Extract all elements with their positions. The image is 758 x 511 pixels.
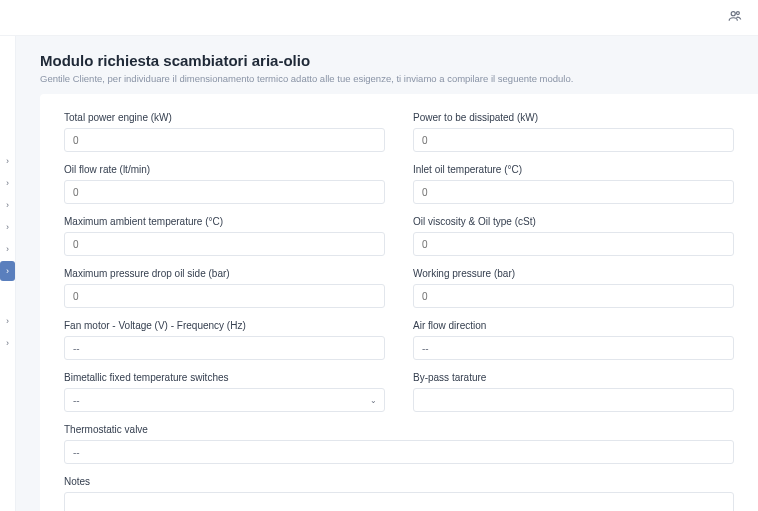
page-subtitle: Gentile Cliente, per individuare il dime… [40,73,734,84]
oil-flow-label: Oil flow rate (lt/min) [64,164,385,175]
sidebar-item-4[interactable]: › [0,239,15,259]
air-flow-input[interactable] [413,336,734,360]
max-ambient-label: Maximum ambient temperature (°C) [64,216,385,227]
fan-motor-input[interactable] [64,336,385,360]
page-header: Modulo richiesta scambiatori aria-olio G… [16,36,758,94]
form-card: Total power engine (kW) Power to be diss… [40,94,758,511]
svg-point-0 [731,12,735,16]
total-power-input[interactable] [64,128,385,152]
thermostatic-input[interactable] [64,440,734,464]
max-ambient-input[interactable] [64,232,385,256]
fan-motor-label: Fan motor - Voltage (V) - Frequency (Hz) [64,320,385,331]
page-title: Modulo richiesta scambiatori aria-olio [40,52,734,69]
sidebar-item-5[interactable]: › [0,261,15,281]
notes-textarea[interactable] [64,492,734,511]
bypass-input[interactable] [413,388,734,412]
sidebar-item-6[interactable]: › [0,311,15,331]
notes-label: Notes [64,476,734,487]
oil-flow-input[interactable] [64,180,385,204]
max-pressure-drop-input[interactable] [64,284,385,308]
power-dissipated-input[interactable] [413,128,734,152]
sidebar-item-1[interactable]: › [0,173,15,193]
topbar [0,0,758,36]
max-pressure-drop-label: Maximum pressure drop oil side (bar) [64,268,385,279]
thermostatic-label: Thermostatic valve [64,424,734,435]
sidebar: › › › › › › › › [0,0,16,511]
oil-viscosity-input[interactable] [413,232,734,256]
total-power-label: Total power engine (kW) [64,112,385,123]
sidebar-item-3[interactable]: › [0,217,15,237]
sidebar-item-0[interactable]: › [0,151,15,171]
svg-point-1 [736,12,739,15]
sidebar-item-7[interactable]: › [0,333,15,353]
inlet-oil-temp-label: Inlet oil temperature (°C) [413,164,734,175]
working-pressure-label: Working pressure (bar) [413,268,734,279]
bimetallic-select[interactable]: -- [64,388,385,412]
sidebar-item-2[interactable]: › [0,195,15,215]
main: Modulo richiesta scambiatori aria-olio G… [16,0,758,511]
working-pressure-input[interactable] [413,284,734,308]
power-dissipated-label: Power to be dissipated (kW) [413,112,734,123]
air-flow-label: Air flow direction [413,320,734,331]
bypass-label: By-pass tarature [413,372,734,383]
bimetallic-label: Bimetallic fixed temperature switches [64,372,385,383]
oil-viscosity-label: Oil viscosity & Oil type (cSt) [413,216,734,227]
user-icon[interactable] [728,9,742,26]
inlet-oil-temp-input[interactable] [413,180,734,204]
